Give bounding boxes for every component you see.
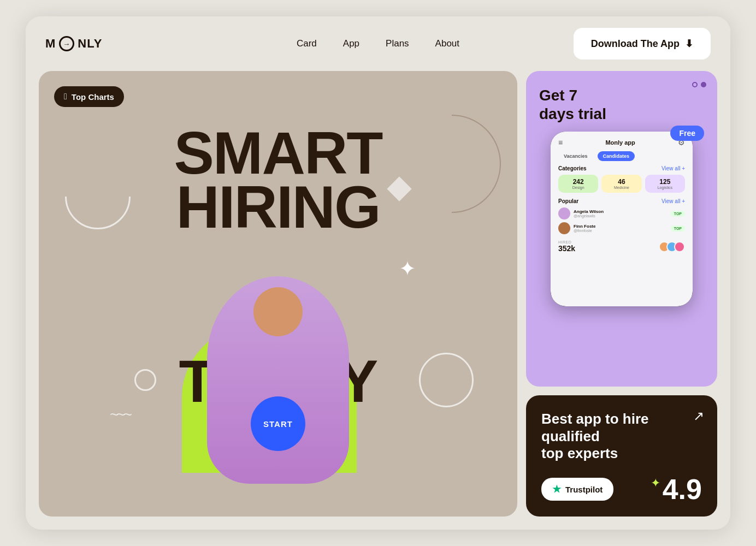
dark-card-bottom: ★ Trustpilot ✦ 4.9 (541, 475, 702, 503)
nav-app[interactable]: App (343, 38, 359, 49)
phone-categories-label: Categories View all + (551, 165, 693, 171)
phone-view-all[interactable]: View all + (662, 165, 685, 171)
right-column: Get 7days trial Free ≡ Monly app ⚙ Vacan… (526, 71, 717, 517)
person-2-info: Finn Foste @finnfoste (574, 224, 595, 233)
man-head (253, 287, 303, 336)
top-charts-badge:  Top Charts (54, 86, 124, 107)
tab-candidates[interactable]: Candidates (598, 151, 635, 161)
phone-footer: HIRED 352k (551, 237, 693, 253)
top-badge-2: TOP (671, 225, 685, 232)
dot-inactive (692, 82, 698, 87)
phone-cat-design: 242 Design (558, 175, 598, 193)
avatar-finn (558, 222, 570, 234)
phone-screen: ≡ Monly app ⚙ Vacancies Candidates Categ… (551, 132, 693, 306)
free-badge: Free (670, 126, 704, 141)
top-badge-1: TOP (671, 211, 685, 217)
phone-popular-section: Popular View all + Angela Wilson @angela… (551, 198, 693, 234)
trustpilot-button[interactable]: ★ Trustpilot (541, 478, 613, 501)
header: MNLY Card App Plans About Download The A… (26, 16, 730, 71)
rating-star: ✦ (651, 476, 660, 490)
hero-title-line1: SMART (39, 126, 517, 180)
outer-card: MNLY Card App Plans About Download The A… (26, 16, 730, 530)
download-icon: ⬇ (685, 38, 693, 50)
phone-tabs: Vacancies Candidates (551, 151, 693, 161)
phone-app-name: Monly app (605, 139, 635, 146)
tab-vacancies[interactable]: Vacancies (558, 151, 593, 161)
arrow-icon: ↗ (693, 408, 704, 424)
person-1-info: Angela Wilson @angelawils (574, 209, 604, 218)
phone-person-2: Finn Foste @finnfoste TOP (558, 222, 685, 234)
dot-active (701, 82, 706, 87)
phone-popular-title: Popular View all + (558, 198, 685, 204)
nav: Card App Plans About (297, 38, 459, 49)
avatar-angela (558, 207, 570, 219)
logo-icon (59, 36, 74, 51)
hero-section: ✦ ~~~  Top Charts SMART HIRING TODAY (39, 71, 517, 517)
hero-title-line2: HIRING (39, 180, 517, 234)
main-content: ✦ ~~~  Top Charts SMART HIRING TODAY (26, 71, 730, 530)
hired-info: HIRED 352k (558, 240, 575, 253)
top-charts-label: Top Charts (72, 92, 114, 102)
trial-title: Get 7days trial (539, 86, 704, 123)
deco-zigzag: ~~~ (110, 406, 130, 424)
phone-cat-medicine: 46 Medicine (601, 175, 641, 193)
download-button[interactable]: Download The App ⬇ (574, 28, 711, 60)
avatar-stack (659, 241, 685, 252)
start-label: START (263, 419, 293, 429)
phone-menu-icon: ≡ (558, 138, 563, 147)
phone-popular-view-all[interactable]: View all + (662, 198, 685, 204)
dark-card: ↗ Best app to hirequalifiedtop experts ★… (526, 395, 717, 517)
phone-categories: 242 Design 46 Medicine 125 Logistics (551, 175, 693, 193)
start-button[interactable]: START (251, 396, 305, 451)
trial-card: Get 7days trial Free ≡ Monly app ⚙ Vacan… (526, 71, 717, 387)
nav-card[interactable]: Card (297, 38, 317, 49)
trustpilot-star: ★ (552, 483, 561, 495)
nav-about[interactable]: About (435, 38, 459, 49)
stack-av-3 (674, 241, 685, 252)
apple-icon:  (64, 92, 67, 102)
logo: MNLY (45, 36, 102, 51)
download-label: Download The App (591, 38, 680, 50)
trial-dots (692, 82, 706, 87)
man-figure (207, 276, 349, 484)
rating-number: 4.9 (663, 475, 702, 503)
mock-phone: ≡ Monly app ⚙ Vacancies Candidates Categ… (551, 132, 693, 306)
trustpilot-label: Trustpilot (565, 485, 603, 494)
nav-plans[interactable]: Plans (386, 38, 409, 49)
dark-card-title: Best app to hirequalifiedtop experts (541, 411, 702, 462)
phone-cat-logistics: 125 Logistics (645, 175, 685, 193)
phone-person-1: Angela Wilson @angelawils TOP (558, 207, 685, 219)
rating-area: ✦ 4.9 (651, 475, 702, 503)
